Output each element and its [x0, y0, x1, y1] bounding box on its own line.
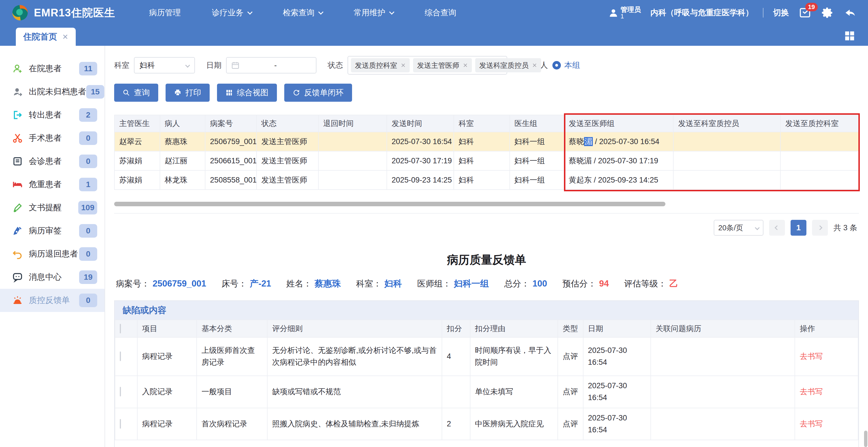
sidebar-item-returned-records[interactable]: 病历退回患者 0	[0, 243, 104, 265]
go-write-link[interactable]: 去书写	[800, 420, 823, 428]
nav-maintenance[interactable]: 常用维护	[354, 7, 394, 18]
sidebar-item-transferred-out[interactable]: 转出患者 2	[0, 103, 104, 127]
search-button[interactable]: 查询	[114, 84, 158, 102]
divider	[763, 8, 764, 18]
close-icon[interactable]	[62, 34, 68, 40]
feedback-loop-button[interactable]: 反馈单闭环	[284, 84, 352, 102]
user-number: 1	[620, 13, 641, 20]
app-logo-icon	[11, 4, 29, 22]
table-row[interactable]: 苏淑娟 赵江丽 2506615_001 发送主管医师 2025-07-30 17…	[115, 151, 859, 170]
sidebar-item-surgery[interactable]: 手术患者 0	[0, 127, 104, 150]
composite-view-button[interactable]: 综合视图	[217, 84, 277, 102]
go-write-link[interactable]: 去书写	[800, 387, 823, 396]
tab-label: 住院首页	[23, 31, 57, 43]
main-content: 科室 妇科 日期 - 状态 发送质控科室	[105, 46, 868, 447]
sidebar-item-inpatients[interactable]: 在院患者 11	[0, 57, 104, 80]
tab-grid-icon[interactable]	[844, 30, 856, 42]
status-filter-label: 状态	[328, 60, 343, 70]
section-spacer	[115, 440, 858, 447]
person-add-icon	[12, 63, 23, 74]
page-size-select[interactable]: 20条/页	[714, 220, 764, 236]
dept-select[interactable]: 妇科	[134, 57, 195, 73]
document-board-icon	[12, 156, 23, 167]
sidebar-item-discharged-unarchived[interactable]: 出院未归档患者 15	[0, 80, 104, 103]
field-estimated-score: 预估分：94	[562, 278, 609, 290]
count-badge: 0	[79, 131, 97, 145]
status-tag: 发送质控科室	[351, 58, 410, 72]
table-row[interactable]: 赵翠云 蔡惠珠 2506759_001 发送主管医师 2025-07-30 16…	[115, 132, 859, 151]
count-badge: 0	[79, 294, 97, 307]
topbar-right: 管理员 1 内科（呼吸与危重症医学科） 切换 19	[609, 6, 857, 20]
sidebar-item-consultation[interactable]: 会诊患者 0	[0, 150, 104, 173]
chat-icon	[12, 272, 23, 283]
radio-group[interactable]: 本组	[552, 60, 580, 71]
tag-remove-icon[interactable]	[463, 63, 468, 68]
search-icon	[123, 89, 130, 96]
count-badge: 2	[79, 108, 97, 122]
transfer-out-icon	[12, 109, 23, 121]
text-selection: 湄	[584, 137, 593, 146]
back-button[interactable]	[844, 6, 857, 19]
records-table: 主管医生 病人 病案号 状态 退回时间 发送时间 科室 医生组 发送至医师组 发…	[114, 115, 859, 190]
sidebar-item-critical[interactable]: 危重患者 1	[0, 173, 104, 196]
sidebar-item-message-center[interactable]: 消息中心 19	[0, 265, 104, 289]
records-table-wrap: 主管医生 病人 病案号 状态 退回时间 发送时间 科室 医生组 发送至医师组 发…	[114, 115, 859, 190]
date-range-input[interactable]: -	[226, 57, 316, 73]
pen-nib-icon	[12, 225, 23, 236]
count-badge: 109	[78, 201, 97, 215]
field-bed-no: 床号：产-21	[221, 278, 271, 290]
nav-search[interactable]: 检索查询	[283, 7, 323, 18]
nav-clinical[interactable]: 诊疗业务	[212, 7, 252, 18]
row-checkbox[interactable]	[120, 419, 121, 428]
switch-department-button[interactable]: 切换	[773, 7, 789, 18]
chevron-down-icon	[185, 63, 190, 68]
row-checkbox[interactable]	[120, 387, 121, 396]
tab-inpatient-home[interactable]: 住院首页	[16, 28, 76, 46]
grid-view-icon	[225, 89, 233, 96]
next-page-button[interactable]	[812, 220, 828, 236]
defect-row: 病程记录 上级医师首次查房记录 无分析讨论、无鉴别诊断,或分析讨论不够,或与首次…	[115, 338, 858, 376]
sidebar-item-document-reminder[interactable]: 文书提醒 109	[0, 196, 104, 219]
field-name: 姓名：蔡惠珠	[286, 278, 341, 290]
status-tag: 发送科室质控员	[475, 58, 541, 72]
count-badge: 0	[79, 155, 97, 168]
settings-button[interactable]	[821, 6, 834, 19]
nav-records[interactable]: 病历管理	[149, 7, 181, 18]
date-filter-label: 日期	[206, 60, 221, 70]
defects-section-title: 缺陷或内容	[115, 301, 858, 320]
user-name: 管理员	[620, 6, 641, 13]
count-badge: 1	[79, 178, 97, 191]
defect-row: 入院记录 一般项目 缺项或写错或不规范 单位未填写 点评 2025-07-30 …	[115, 376, 858, 408]
go-write-link[interactable]: 去书写	[800, 352, 823, 360]
total-count: 共 3 条	[834, 223, 857, 233]
current-page-button[interactable]: 1	[790, 220, 806, 236]
table-row[interactable]: 苏淑娟 林龙珠 2508558_001 发送主管医师 2025-09-23 14…	[115, 170, 859, 190]
sidebar-item-qc-feedback[interactable]: 质控反馈单 0	[0, 289, 104, 312]
date-separator: -	[240, 61, 311, 70]
print-button[interactable]: 打印	[165, 84, 210, 102]
defect-row: 病程记录 首次病程记录 照搬入院病史、体检及辅助检查,未归纳提炼 2 中医辨病无…	[115, 408, 858, 440]
printer-icon	[174, 89, 181, 96]
sidebar: 在院患者 11 出院未归档患者 15 转出患者 2 手术患者 0	[0, 46, 105, 447]
chevron-down-icon	[389, 9, 394, 14]
vertical-scrollbar[interactable]	[864, 430, 867, 447]
prev-page-button[interactable]	[769, 220, 785, 236]
user-info[interactable]: 管理员 1	[609, 6, 641, 20]
sidebar-item-record-signing[interactable]: 病历审签 0	[0, 219, 104, 243]
tag-remove-icon[interactable]	[532, 63, 537, 68]
chevron-down-icon	[755, 225, 760, 230]
select-all-checkbox[interactable]	[120, 324, 121, 333]
nav-composite-query[interactable]: 综合查询	[425, 7, 456, 18]
row-checkbox[interactable]	[120, 351, 121, 361]
messages-button[interactable]: 19	[799, 6, 811, 19]
count-badge: 0	[79, 247, 97, 261]
undo-icon	[12, 248, 23, 260]
tag-remove-icon[interactable]	[401, 63, 406, 68]
pagination-bar: 20条/页 1 共 3 条	[114, 213, 859, 241]
defects-header-row: 项目 基本分类 评分细则 扣分 扣分理由 类型 日期 关联问题病历 操作	[115, 320, 858, 338]
chevron-down-icon	[247, 9, 252, 14]
count-badge: 19	[79, 270, 97, 284]
pen-icon	[12, 202, 23, 213]
horizontal-scrollbar[interactable]	[114, 202, 665, 206]
status-multiselect[interactable]: 发送质控科室 发送主管医师 发送科室质控员	[347, 56, 507, 74]
